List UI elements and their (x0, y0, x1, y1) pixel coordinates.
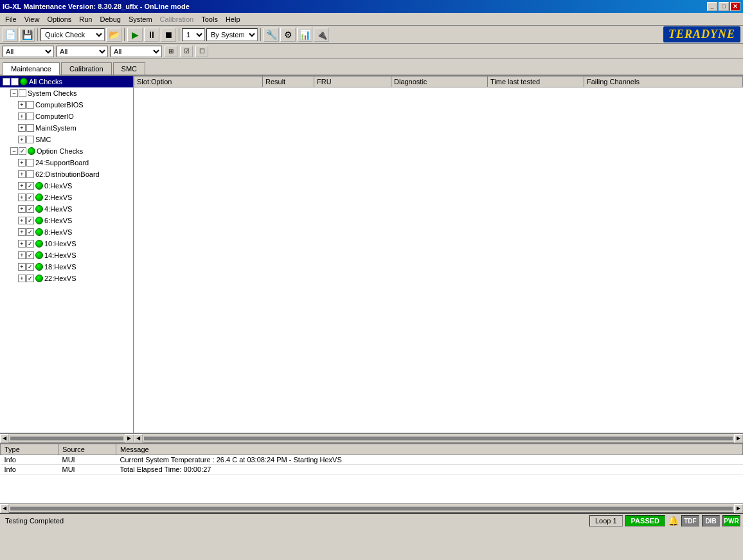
menu-file[interactable]: File (1, 14, 21, 24)
tree-item-10hexvs[interactable]: + 10:HexVS (0, 238, 133, 249)
checkbox-maintsystem[interactable] (26, 124, 34, 132)
tree-scroll-track[interactable] (10, 437, 123, 440)
checkbox-10hexvs[interactable] (26, 240, 34, 248)
results-hscroll[interactable]: ◀ ▶ (134, 433, 743, 442)
uncheck-all-button[interactable]: ☐ (195, 46, 208, 57)
tree-item-22hexvs[interactable]: + 22:HexVS (0, 273, 133, 284)
tree-item-supportboard[interactable]: + 24:SupportBoard (0, 157, 133, 168)
quick-check-select[interactable]: Quick Check (40, 28, 105, 41)
menu-tools[interactable]: Tools (197, 14, 222, 24)
checkbox-8hexvs[interactable] (26, 228, 34, 236)
checkbox-smc[interactable] (26, 136, 34, 143)
tool4-button[interactable]: 🔌 (314, 28, 329, 42)
checkbox-4hexvs[interactable] (26, 205, 34, 213)
expand-10hexvs[interactable]: + (18, 240, 26, 248)
menu-system[interactable]: System (125, 14, 156, 24)
check-all-button[interactable]: ☑ (180, 46, 193, 57)
checkbox-18hexvs[interactable] (26, 263, 34, 271)
filter-select-3[interactable]: All (111, 46, 162, 57)
tree-item-distributionboard[interactable]: + 62:DistributionBoard (0, 168, 133, 180)
stop-button[interactable]: ⏹ (161, 28, 176, 42)
by-system-select[interactable]: By System (206, 28, 258, 41)
expand-4hexvs[interactable]: + (18, 205, 26, 213)
filter-select-2[interactable]: All (57, 46, 108, 57)
results-scroll-right[interactable]: ▶ (734, 434, 743, 443)
tree-item-14hexvs[interactable]: + 14:HexVS (0, 249, 133, 261)
maximize-button[interactable]: □ (719, 2, 729, 11)
results-scroll-left[interactable]: ◀ (134, 434, 143, 443)
checkbox-computerio[interactable] (26, 113, 34, 120)
checkbox-22hexvs[interactable] (26, 275, 34, 282)
checkbox-system-checks[interactable] (19, 89, 26, 97)
tab-maintenance[interactable]: Maintenance (3, 62, 60, 75)
log-scroll-track[interactable] (10, 507, 733, 510)
tree-item-computerbios[interactable]: + ComputerBIOS (0, 99, 133, 111)
expand-22hexvs[interactable]: + (18, 275, 26, 282)
checkbox-supportboard[interactable] (26, 159, 34, 167)
tree-item-4hexvs[interactable]: + 4:HexVS (0, 203, 133, 215)
expand-system-checks[interactable]: − (10, 89, 18, 97)
results-scroll-track[interactable] (144, 437, 733, 440)
menu-options[interactable]: Options (43, 14, 75, 24)
tree-item-8hexvs[interactable]: + 8:HexVS (0, 226, 133, 238)
expand-8hexvs[interactable]: + (18, 228, 26, 236)
save-button[interactable]: 💾 (19, 28, 35, 42)
menu-calibration[interactable]: Calibration (156, 14, 198, 24)
tree-item-computerio[interactable]: + ComputerIO (0, 111, 133, 122)
expand-distributionboard[interactable]: + (18, 170, 26, 178)
tree-item-maintsystem[interactable]: + MaintSystem (0, 122, 133, 134)
checkbox-distributionboard[interactable] (26, 170, 34, 178)
expand-computerbios[interactable]: + (18, 101, 26, 109)
log-scroll-left[interactable]: ◀ (0, 504, 9, 513)
expand-smc[interactable]: + (18, 136, 26, 143)
tool3-button[interactable]: 📊 (297, 28, 312, 42)
expand-14hexvs[interactable]: + (18, 251, 26, 259)
tree-item-2hexvs[interactable]: + 2:HexVS (0, 192, 133, 203)
open-button[interactable]: 📂 (106, 28, 121, 42)
log-hscroll[interactable]: ◀ ▶ (0, 503, 743, 512)
new-button[interactable]: 📄 (3, 28, 18, 42)
checkbox-2hexvs[interactable] (26, 194, 34, 201)
run-count-select[interactable]: 1 (182, 28, 205, 41)
minimize-button[interactable]: _ (707, 2, 717, 11)
tree-item-all-checks[interactable]: − All Checks (0, 76, 133, 87)
tree-scroll-left[interactable]: ◀ (0, 434, 9, 443)
expand-option-checks[interactable]: − (10, 147, 18, 155)
checkbox-all-checks[interactable] (11, 78, 19, 86)
expand-all-checks[interactable]: − (3, 78, 10, 86)
filter-select-1[interactable]: All (3, 46, 54, 57)
expand-0hexvs[interactable]: + (18, 182, 26, 190)
tab-smc[interactable]: SMC (113, 62, 145, 75)
run-button[interactable]: ▶ (127, 28, 143, 42)
checkbox-computerbios[interactable] (26, 101, 34, 109)
checkbox-6hexvs[interactable] (26, 217, 34, 224)
checkbox-0hexvs[interactable] (26, 182, 34, 190)
close-button[interactable]: ✕ (730, 2, 740, 11)
tree-hscroll[interactable]: ◀ ▶ (0, 433, 134, 442)
checkbox-option-checks[interactable] (19, 147, 26, 155)
grid-view-button[interactable]: ⊞ (165, 46, 177, 57)
tree-item-option-checks[interactable]: − Option Checks (0, 145, 133, 157)
menu-debug[interactable]: Debug (96, 14, 125, 24)
tree-item-system-checks[interactable]: − System Checks (0, 87, 133, 99)
menu-view[interactable]: View (21, 14, 44, 24)
pause-button[interactable]: ⏸ (144, 28, 159, 42)
menu-run[interactable]: Run (75, 14, 96, 24)
tree-item-smc[interactable]: + SMC (0, 134, 133, 145)
tool2-button[interactable]: ⚙ (280, 28, 296, 42)
expand-supportboard[interactable]: + (18, 159, 26, 167)
menu-help[interactable]: Help (222, 14, 244, 24)
tree-item-0hexvs[interactable]: + 0:HexVS (0, 180, 133, 192)
tool1-button[interactable]: 🔧 (264, 28, 279, 42)
tree-item-18hexvs[interactable]: + 18:HexVS (0, 261, 133, 273)
checkbox-14hexvs[interactable] (26, 251, 34, 259)
log-scroll-right[interactable]: ▶ (734, 504, 743, 513)
tab-calibration[interactable]: Calibration (61, 62, 112, 75)
expand-2hexvs[interactable]: + (18, 194, 26, 201)
tree-item-6hexvs[interactable]: + 6:HexVS (0, 215, 133, 226)
expand-computerio[interactable]: + (18, 113, 26, 120)
expand-6hexvs[interactable]: + (18, 217, 26, 224)
expand-18hexvs[interactable]: + (18, 263, 26, 271)
expand-maintsystem[interactable]: + (18, 124, 26, 132)
tree-scroll-right[interactable]: ▶ (125, 434, 134, 443)
